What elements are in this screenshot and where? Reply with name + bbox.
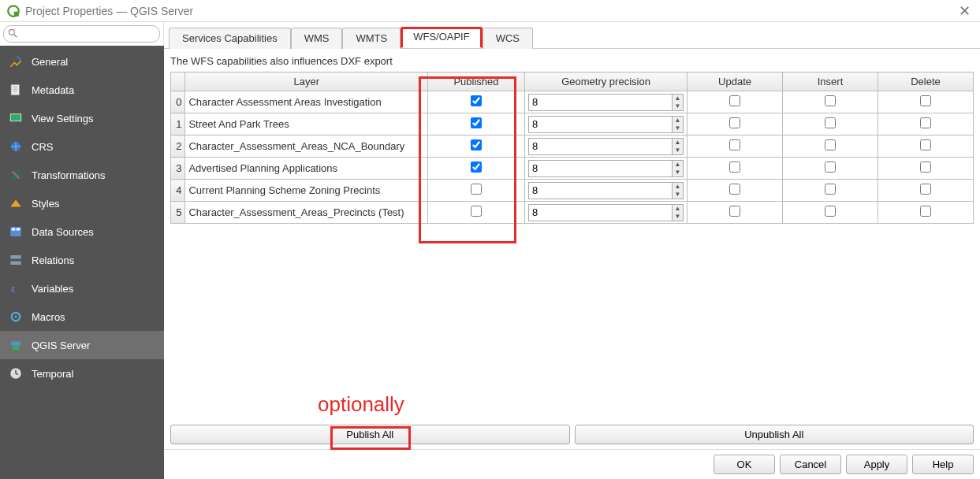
cell-delete[interactable]	[878, 136, 974, 158]
update-checkbox[interactable]	[729, 184, 740, 195]
cell-layer[interactable]: Current Planning Scheme Zoning Precints	[185, 180, 428, 202]
col-insert[interactable]: Insert	[783, 72, 878, 91]
sidebar-item-styles[interactable]: Styles	[0, 189, 164, 217]
cell-delete[interactable]	[878, 180, 974, 202]
cell-delete[interactable]	[878, 158, 974, 180]
search-input[interactable]	[3, 25, 160, 43]
cell-layer[interactable]: Advertised Planning Applications	[185, 158, 428, 180]
sidebar-item-data-sources[interactable]: Data Sources	[0, 217, 164, 246]
update-checkbox[interactable]	[729, 139, 740, 150]
sidebar-item-macros[interactable]: Macros	[0, 303, 164, 331]
insert-checkbox[interactable]	[825, 117, 836, 128]
spin-up-icon[interactable]: ▲	[673, 117, 683, 124]
update-checkbox[interactable]	[729, 206, 740, 217]
precision-input[interactable]	[529, 183, 672, 199]
cell-published[interactable]	[428, 158, 525, 180]
help-button[interactable]: Help	[912, 455, 974, 474]
sidebar-item-view-settings[interactable]: View Settings	[0, 104, 164, 132]
cell-insert[interactable]	[783, 180, 878, 202]
col-layer[interactable]: Layer	[185, 72, 428, 91]
published-checkbox[interactable]	[471, 117, 482, 128]
cell-insert[interactable]	[783, 202, 878, 224]
update-checkbox[interactable]	[729, 117, 740, 128]
update-checkbox[interactable]	[729, 95, 740, 106]
spin-down-icon[interactable]: ▼	[673, 147, 683, 154]
precision-input[interactable]	[529, 117, 672, 132]
cell-layer[interactable]: Character Assessment Areas Investigation	[185, 91, 428, 113]
apply-button[interactable]: Apply	[846, 455, 907, 474]
ok-button[interactable]: OK	[714, 455, 775, 474]
cell-precision[interactable]: ▲▼	[525, 136, 687, 158]
cell-update[interactable]	[687, 113, 783, 136]
cell-update[interactable]	[687, 158, 783, 180]
cell-insert[interactable]	[783, 91, 878, 113]
insert-checkbox[interactable]	[825, 206, 836, 217]
cell-precision[interactable]: ▲▼	[525, 180, 687, 202]
delete-checkbox[interactable]	[920, 184, 931, 195]
spin-up-icon[interactable]: ▲	[673, 139, 683, 147]
insert-checkbox[interactable]	[825, 162, 836, 173]
sidebar-item-transformations[interactable]: Transformations	[0, 161, 164, 189]
sidebar-item-relations[interactable]: Relations	[0, 246, 164, 274]
cell-insert[interactable]	[783, 158, 878, 180]
published-checkbox[interactable]	[471, 139, 482, 150]
cell-delete[interactable]	[878, 202, 974, 224]
cell-delete[interactable]	[878, 113, 974, 136]
col-precision[interactable]: Geometry precision	[525, 72, 687, 91]
col-update[interactable]: Update	[687, 72, 783, 91]
spin-up-icon[interactable]: ▲	[673, 161, 683, 169]
cancel-button[interactable]: Cancel	[780, 455, 841, 474]
cell-delete[interactable]	[878, 91, 974, 113]
published-checkbox[interactable]	[471, 95, 482, 106]
precision-input[interactable]	[529, 205, 672, 221]
tab-wfs-oapif[interactable]: WFS/OAPIF	[401, 27, 483, 48]
cell-layer[interactable]: Street And Park Trees	[185, 113, 428, 136]
cell-update[interactable]	[687, 202, 783, 224]
delete-checkbox[interactable]	[920, 206, 931, 217]
cell-precision[interactable]: ▲▼	[525, 202, 687, 224]
spin-down-icon[interactable]: ▼	[673, 213, 683, 221]
cell-insert[interactable]	[783, 113, 878, 136]
spin-down-icon[interactable]: ▼	[673, 169, 683, 176]
cell-published[interactable]	[428, 180, 525, 202]
spin-down-icon[interactable]: ▼	[673, 191, 683, 199]
tab-wms[interactable]: WMS	[291, 28, 343, 49]
tab-services-capabilities[interactable]: Services Capabilities	[169, 28, 291, 49]
delete-checkbox[interactable]	[920, 139, 931, 150]
cell-update[interactable]	[687, 180, 783, 202]
cell-update[interactable]	[687, 136, 783, 158]
insert-checkbox[interactable]	[825, 184, 836, 195]
delete-checkbox[interactable]	[920, 95, 931, 106]
sidebar-item-general[interactable]: General	[0, 47, 164, 76]
cell-published[interactable]	[428, 91, 525, 113]
close-icon[interactable]: ✕	[956, 2, 974, 20]
sidebar-item-variables[interactable]: εVariables	[0, 274, 164, 303]
col-delete[interactable]: Delete	[878, 72, 974, 91]
tab-wmts[interactable]: WMTS	[342, 28, 401, 49]
spin-up-icon[interactable]: ▲	[673, 205, 683, 213]
cell-update[interactable]	[687, 91, 783, 113]
tab-wcs[interactable]: WCS	[483, 28, 533, 49]
cell-published[interactable]	[428, 202, 525, 224]
spin-down-icon[interactable]: ▼	[673, 102, 683, 110]
precision-input[interactable]	[529, 139, 672, 154]
insert-checkbox[interactable]	[825, 95, 836, 106]
publish-all-button[interactable]: Publish All	[170, 425, 570, 444]
delete-checkbox[interactable]	[920, 117, 931, 128]
update-checkbox[interactable]	[729, 162, 740, 173]
sidebar-item-temporal[interactable]: Temporal	[0, 359, 164, 388]
cell-published[interactable]	[428, 113, 525, 136]
cell-precision[interactable]: ▲▼	[525, 91, 687, 113]
delete-checkbox[interactable]	[920, 162, 931, 173]
cell-precision[interactable]: ▲▼	[525, 113, 687, 136]
col-published[interactable]: Published	[428, 72, 525, 91]
cell-layer[interactable]: Character_Assessment_Areas_Precincts (Te…	[185, 202, 428, 224]
unpublish-all-button[interactable]: Unpublish All	[575, 425, 974, 444]
cell-layer[interactable]: Character_Assessment_Areas_NCA_Boundary	[185, 136, 428, 158]
precision-input[interactable]	[529, 161, 672, 176]
spin-up-icon[interactable]: ▲	[673, 95, 683, 102]
sidebar-item-crs[interactable]: CRS	[0, 132, 164, 161]
published-checkbox[interactable]	[471, 162, 482, 173]
published-checkbox[interactable]	[471, 184, 482, 195]
spin-up-icon[interactable]: ▲	[673, 183, 683, 191]
